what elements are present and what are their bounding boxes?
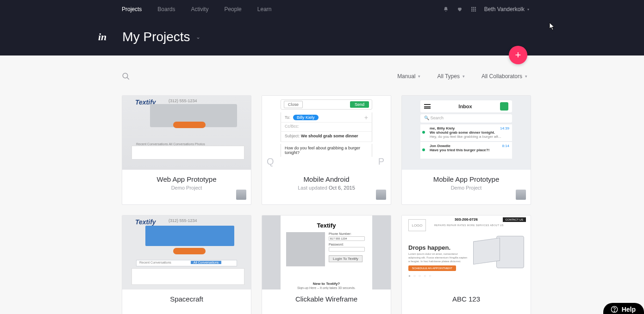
thumb-phone: (312) 555-1234 — [169, 99, 197, 103]
thumb-inbox: Inbox — [458, 104, 472, 109]
chevron-down-icon: ▾ — [527, 7, 529, 12]
apps-icon[interactable] — [470, 6, 477, 12]
thumb-search: Search — [431, 116, 444, 120]
invision-logo[interactable]: in — [98, 31, 106, 43]
thumb-brand: Textify — [135, 218, 156, 226]
top-nav-right: Beth Vanderkolk ▾ — [443, 0, 529, 18]
sort-label: Manual — [397, 73, 415, 80]
project-card[interactable]: Inbox 🔍 Search 14:39 me, Billy Kiely We … — [401, 95, 531, 205]
thumb-lorem: Lorem ipsum dolor sit amet, consectetur … — [408, 252, 469, 263]
project-card[interactable]: Textify (312) 555-1234 Recent Conversati… — [122, 215, 251, 314]
project-card-body: ABC 123 — [402, 289, 531, 314]
project-card-body: Mobile App Prototype Demo Project — [402, 170, 531, 204]
thumb-r2-subj: Have you tried this burger place?! — [430, 148, 508, 152]
sort-filter[interactable]: Manual ▾ — [397, 73, 420, 80]
menu-icon — [424, 104, 431, 109]
help-button[interactable]: Help — [603, 303, 644, 314]
page-title-dropdown[interactable]: My Projects ⌄ — [122, 30, 200, 44]
thumb-ph-label: Phone Number: — [329, 232, 365, 235]
thumb-foot1: New to Textify? — [281, 282, 372, 286]
thumb-nav: REPAIRS REPAIR RATES MORE SERVICES ABOUT… — [434, 224, 504, 227]
thumb-send: Send — [350, 101, 369, 108]
svg-rect-6 — [471, 11, 473, 12]
header-main: in My Projects ⌄ — [0, 18, 644, 55]
thumb-cc: Cc/Bcc: — [281, 123, 372, 132]
thumb-dots: ● ○ ○ ○ ○ — [408, 274, 432, 278]
nav-people[interactable]: People — [224, 6, 241, 12]
thumb-r2-from: Jon Dowdle — [430, 144, 450, 148]
help-icon — [611, 306, 618, 313]
project-subtitle: Demo Project — [407, 185, 525, 191]
toolbar: Manual ▾ All Types ▾ All Collaborators ▾ — [0, 55, 644, 80]
svg-rect-7 — [473, 11, 475, 12]
svg-rect-3 — [471, 9, 473, 10]
nav-projects[interactable]: Projects — [122, 6, 142, 12]
project-card[interactable]: LOGO 303-200-0726 REPAIRS REPAIR RATES M… — [401, 215, 531, 314]
project-title: Spacecraft — [128, 295, 245, 303]
plus-icon: + — [364, 114, 368, 121]
user-name: Beth Vanderkolk — [484, 6, 525, 12]
svg-rect-0 — [471, 7, 473, 8]
svg-line-10 — [127, 77, 129, 80]
thumb-pw-label: Password: — [329, 243, 365, 246]
project-thumbnail: Textify Phone Number: 817 555 1234 Passw… — [262, 215, 391, 289]
nav-boards[interactable]: Boards — [157, 6, 175, 12]
nav-learn[interactable]: Learn — [257, 6, 272, 12]
project-thumbnail: Textify (312) 555-1234 Recent Conversati… — [122, 96, 251, 170]
project-card[interactable]: Close Send To: Billy Kiely + Cc/Bcc: Sub… — [262, 95, 391, 205]
thumb-to-label: To: — [285, 115, 290, 120]
thumb-subject-value: We should grab some dinner — [301, 134, 358, 138]
project-title: Mobile App Prototype — [407, 175, 525, 183]
svg-rect-5 — [475, 9, 476, 10]
svg-point-12 — [614, 311, 614, 311]
project-card-body: Spacecraft — [122, 289, 251, 314]
thumb-r1-from: me, Billy Kiely — [430, 126, 455, 130]
avatar — [376, 190, 386, 200]
filters: Manual ▾ All Types ▾ All Collaborators ▾ — [397, 73, 527, 80]
project-card[interactable]: Textify Phone Number: 817 555 1234 Passw… — [262, 215, 391, 314]
thumb-close: Close — [284, 101, 303, 108]
avatar — [236, 190, 246, 200]
svg-point-9 — [123, 73, 128, 78]
svg-rect-1 — [473, 7, 475, 8]
project-subtitle: Demo Project — [128, 185, 245, 191]
chevron-down-icon: ▾ — [418, 74, 420, 79]
thumb-cta: SCHEDULE AN APPOINTMENT — [408, 265, 456, 271]
chevron-down-icon: ⌄ — [196, 34, 200, 40]
project-title: ABC 123 — [407, 295, 525, 303]
thumb-r1-time: 14:39 — [500, 126, 509, 130]
heart-icon[interactable] — [456, 6, 463, 12]
chevron-down-icon: ▾ — [525, 74, 527, 79]
project-thumbnail: Inbox 🔍 Search 14:39 me, Billy Kiely We … — [402, 96, 531, 170]
edit-icon — [500, 102, 508, 111]
thumb-r1-subj: We should grab some dinner tonight. — [430, 130, 508, 135]
project-thumbnail: Close Send To: Billy Kiely + Cc/Bcc: Sub… — [262, 96, 391, 170]
user-menu[interactable]: Beth Vanderkolk ▾ — [484, 6, 529, 12]
app-header: Projects Boards Activity People Learn Be… — [0, 0, 644, 55]
bell-icon[interactable] — [443, 6, 449, 12]
project-card-body: Clickable Wireframe — [262, 289, 391, 314]
svg-rect-4 — [473, 9, 475, 10]
thumb-q: Q — [267, 156, 274, 167]
collaborators-filter[interactable]: All Collaborators ▾ — [481, 73, 527, 80]
thumb-to-pill: Billy Kiely — [293, 115, 319, 120]
avatar — [516, 190, 526, 200]
thumb-subject-label: Subject: — [285, 134, 300, 138]
nav-activity[interactable]: Activity — [191, 6, 208, 12]
thumb-r2-time: 8:14 — [502, 144, 509, 148]
thumb-ph-val: 817 555 1234 — [329, 236, 365, 241]
projects-grid: Textify (312) 555-1234 Recent Conversati… — [0, 80, 644, 314]
search-icon[interactable] — [122, 72, 130, 80]
thumb-tabs: Recent Conversations All Conversations P… — [136, 142, 205, 146]
thumb-headline: Drops happen. — [408, 244, 450, 251]
types-label: All Types — [437, 73, 459, 80]
thumb-contact: CONTACT US — [503, 217, 526, 222]
project-card[interactable]: Textify (312) 555-1234 Recent Conversati… — [122, 95, 251, 205]
project-subtitle: Last updated Oct 6, 2015 — [268, 185, 385, 191]
thumb-p: P — [378, 156, 384, 167]
thumb-tab-b: All Conversations — [191, 261, 221, 264]
types-filter[interactable]: All Types ▾ — [437, 73, 464, 80]
project-title: Clickable Wireframe — [268, 295, 385, 303]
svg-rect-2 — [475, 7, 476, 8]
add-project-button[interactable]: + — [509, 46, 527, 64]
